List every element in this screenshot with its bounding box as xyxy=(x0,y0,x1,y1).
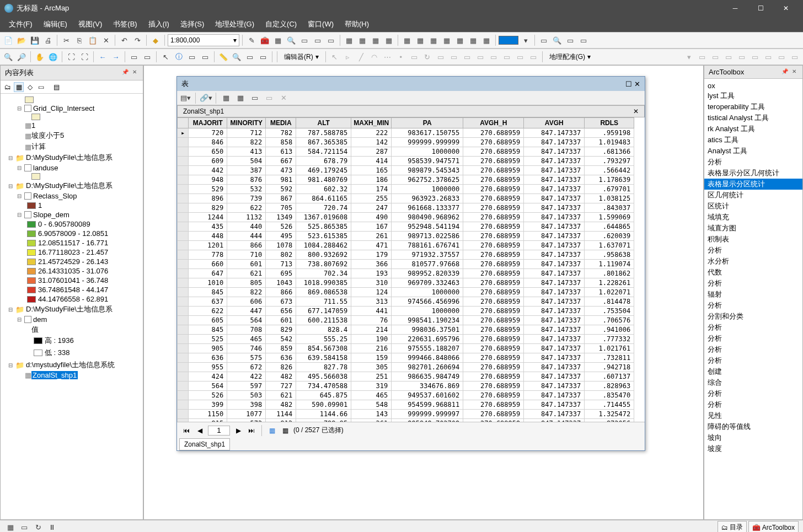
table4-icon[interactable]: ▦ xyxy=(383,34,395,46)
paste-icon[interactable]: 📋 xyxy=(87,34,99,46)
fixed-zoom-in-icon[interactable]: ⛶ xyxy=(65,51,77,63)
pause-icon[interactable]: ⏸ xyxy=(46,522,58,533)
table-bottom-tab[interactable]: ZonalSt_shp1 xyxy=(179,438,230,450)
clear-selection-icon[interactable]: ▭ xyxy=(141,51,153,63)
grid6-icon[interactable]: ▦ xyxy=(467,34,479,46)
arctoolbox-node[interactable]: 分析 xyxy=(704,278,802,289)
column-header[interactable]: MAJORIT xyxy=(189,118,227,128)
grid3-icon[interactable]: ▦ xyxy=(427,34,440,46)
list-by-selection-icon[interactable]: ▭ xyxy=(36,82,46,92)
arctoolbox-node[interactable]: rk Analyst 工具 xyxy=(704,123,802,135)
cut-icon[interactable]: ✂ xyxy=(60,34,72,46)
arctoolbox-node[interactable]: 障碍的等值线 xyxy=(704,421,802,432)
pan-icon[interactable]: ✋ xyxy=(34,51,46,63)
list-by-visibility-icon[interactable]: ◇ xyxy=(25,82,35,92)
undo-icon[interactable]: ↶ xyxy=(118,34,130,46)
print-icon[interactable]: 🖨 xyxy=(42,34,54,46)
layout-view-icon[interactable]: ▭ xyxy=(18,522,30,533)
arctoolbox-tree[interactable]: oxlyst 工具teroperability 工具tistical Analy… xyxy=(704,79,802,519)
toc-node[interactable]: 值 xyxy=(1,324,143,335)
table-restore-icon[interactable]: ☐ xyxy=(625,80,632,88)
toc-node[interactable]: 1 xyxy=(1,201,143,210)
record-number-input[interactable] xyxy=(208,426,230,436)
arctoolbox-node[interactable]: 分析 xyxy=(704,300,802,311)
georeferencing-dropdown[interactable]: 地理配准(G)▾ xyxy=(545,51,595,63)
find-route-icon[interactable]: ▭ xyxy=(244,51,256,63)
table-row[interactable]: 896739867864.61165255963923.26833270.688… xyxy=(178,194,634,203)
toc-node[interactable]: 44.14766558 - 62.891 xyxy=(1,294,143,304)
hyperlink-tool-icon[interactable]: ▭ xyxy=(186,51,198,63)
list-by-drawing-icon[interactable]: 🗂 xyxy=(3,82,13,92)
select-arrow-icon[interactable]: ↖ xyxy=(159,51,172,63)
arctoolbox-node[interactable]: teroperability 工具 xyxy=(704,101,802,112)
arctoolbox-node[interactable]: 分析 xyxy=(704,245,802,256)
goto-xy-icon[interactable]: ▭ xyxy=(257,51,269,63)
last-record-icon[interactable]: ⏭ xyxy=(247,426,256,436)
table-row[interactable]: 101080510431018.990385310969709.33246327… xyxy=(178,278,634,288)
arctoolbox-node[interactable]: 分析 xyxy=(704,322,802,333)
edit13-icon[interactable]: ▭ xyxy=(514,51,526,63)
arctoolbox-node[interactable]: 表格显示分区几何统计 xyxy=(704,168,802,179)
menu-item[interactable]: 选择(S) xyxy=(175,17,210,31)
menu-item[interactable]: 帮助(H) xyxy=(339,17,374,31)
arctoolbox-node[interactable]: 区统计 xyxy=(704,201,802,212)
toc-node[interactable]: 低 : 338 xyxy=(1,347,143,358)
arctoolbox-node[interactable]: 坡向 xyxy=(704,432,802,443)
options-icon[interactable]: ▤ xyxy=(51,82,61,92)
arctoolbox-node[interactable]: 见性 xyxy=(704,410,802,421)
fixed-zoom-out-icon[interactable]: ⛶ xyxy=(78,51,90,63)
table-close-icon[interactable]: ✕ xyxy=(634,80,640,88)
edit11-icon[interactable]: ▭ xyxy=(488,51,500,63)
georef6-icon[interactable]: ▭ xyxy=(762,51,774,63)
find-icon2[interactable]: 🔍 xyxy=(551,34,563,46)
maximize-button[interactable]: ☐ xyxy=(748,0,773,17)
georef8-icon[interactable]: ▭ xyxy=(789,51,801,63)
table-row[interactable]: 525465542555.25190220631.695796270.68895… xyxy=(178,335,634,344)
edit-annotation-icon[interactable]: ▭ xyxy=(408,51,420,63)
straight-segment-icon[interactable]: ╱ xyxy=(355,51,367,63)
edit-vertices-icon[interactable]: ▹ xyxy=(342,51,354,63)
toc-node[interactable]: 6.90578009 - 12.0851 xyxy=(1,229,143,238)
arctoolbox-node[interactable]: 表格显示分区统计 xyxy=(704,179,802,190)
arctoolbox-node[interactable]: 坡度 xyxy=(704,443,802,454)
delete-selected-icon[interactable]: ✕ xyxy=(277,92,290,104)
toc-node[interactable]: 21.45724529 - 26.143 xyxy=(1,257,143,266)
toc-node[interactable]: ⊟Reclass_Slop xyxy=(1,191,143,201)
column-header[interactable]: MEDIA xyxy=(266,118,296,128)
search-window-icon[interactable]: 🔍 xyxy=(285,34,297,46)
column-header[interactable]: MAXH_MIN xyxy=(351,118,392,128)
switch-selection-icon[interactable]: ▦ xyxy=(234,92,247,104)
editor-dropdown[interactable]: 编辑器(R)▾ xyxy=(280,51,323,63)
arctoolbox-node[interactable]: 辐射 xyxy=(704,289,802,300)
arctoolbox-node[interactable]: 分析 xyxy=(704,355,802,366)
table-row[interactable]: 605564601600.21153876998541.190234270.68… xyxy=(178,316,634,325)
georef3-icon[interactable]: ▭ xyxy=(722,51,735,63)
related-tables-icon[interactable]: 🔗▾ xyxy=(200,92,212,104)
table-row[interactable]: 1150107711441144.66143999999.999997270.6… xyxy=(178,410,634,419)
table-tab-close-icon[interactable]: ✕ xyxy=(633,108,639,115)
show-all-icon[interactable]: ▦ xyxy=(267,426,277,436)
redo-icon[interactable]: ↷ xyxy=(131,34,143,46)
menu-item[interactable]: 编辑(E) xyxy=(38,17,73,31)
arctoolbox-node[interactable]: atics 工具 xyxy=(704,135,802,146)
table3-icon[interactable]: ▦ xyxy=(370,34,382,46)
back-icon[interactable]: ← xyxy=(97,51,109,63)
table-row[interactable]: 829622705720.74247961668.133377270.68895… xyxy=(178,203,634,213)
new-icon[interactable]: 📄 xyxy=(2,34,14,46)
arctoolbox-tab[interactable]: 🧰ArcToolbox xyxy=(748,521,799,532)
table-row[interactable]: 905746859854.567308216975555.188207270.6… xyxy=(178,344,634,353)
identify-icon[interactable]: ▭ xyxy=(538,34,550,46)
grid1-icon[interactable]: ▦ xyxy=(401,34,413,46)
attributes-icon[interactable]: ▭ xyxy=(448,51,460,63)
table-row[interactable]: 564597727734.470588319334676.869270.6889… xyxy=(178,381,634,391)
toc-node[interactable] xyxy=(1,96,143,104)
save-icon[interactable]: 💾 xyxy=(29,34,41,46)
table-row[interactable]: 845822866869.0865381241000000270.6889598… xyxy=(178,288,634,297)
select-by-attributes-icon[interactable]: ▦ xyxy=(220,92,232,104)
toc-node[interactable]: ⊟landuse xyxy=(1,163,143,173)
hyperlink-icon[interactable]: ▭ xyxy=(577,34,590,46)
table-row[interactable]: 622447656677.1470594411000000270.6889598… xyxy=(178,307,634,316)
arctoolbox-node[interactable]: 分析 xyxy=(704,344,802,355)
catalog-tab[interactable]: 🗂目录 xyxy=(718,521,747,532)
table-row[interactable]: 448444495523.615385261989713.022586270.6… xyxy=(178,232,634,241)
